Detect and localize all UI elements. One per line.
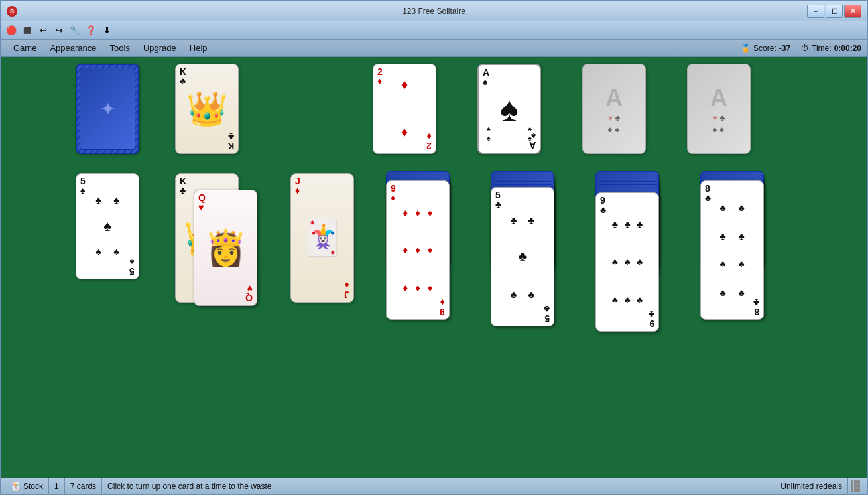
resize-grip[interactable]: [851, 480, 863, 492]
toolbar-icon-download[interactable]: ⬇: [99, 23, 114, 38]
stock-icon: 🃏: [11, 482, 21, 491]
toolbar-icon-help[interactable]: ❓: [84, 23, 98, 38]
menu-appearance[interactable]: Appearance: [43, 41, 103, 55]
menu-help[interactable]: Help: [183, 41, 214, 55]
status-redeals: Unlimited redeals: [775, 478, 848, 494]
window-title: 123 Free Solitaire: [403, 7, 465, 16]
tableau4-9diamonds[interactable]: 9♦ ♦ ♦ ♦ ♦ ♦ ♦ ♦ ♦ ♦ 9♦: [386, 180, 450, 320]
status-cards: 7 cards: [65, 478, 102, 494]
toolbar: 🔴 ⬛ ↩ ↪ 🔧 ❓ ⬇: [1, 21, 867, 40]
minimize-button[interactable]: −: [807, 5, 824, 18]
waste-pile[interactable]: K♣ 👑 K♣: [175, 64, 239, 154]
col3-rank-br: 2♦: [426, 132, 432, 151]
tableau3-jack-diamonds[interactable]: J♦ 🃏 J♦: [290, 173, 354, 303]
status-bar: 🃏 Stock 1 7 cards Click to turn up one c…: [1, 478, 867, 494]
toolbar-icon-undo[interactable]: 🔴: [4, 23, 19, 38]
t1-rank-br: 5♠: [129, 257, 135, 276]
tableau2-queen-hearts[interactable]: Q♥ 👸 Q♥: [194, 190, 257, 306]
tableau7-8clubs[interactable]: 8♣ ♣ ♣ ♣ ♣ ♣ ♣ ♣ ♣ 8♣: [700, 180, 764, 320]
time-value: 0:00:20: [834, 44, 861, 53]
found1-rank-br: A♠: [529, 131, 536, 150]
status-count: 1: [49, 478, 65, 494]
status-hint: Click to turn up one card at a time to t…: [102, 478, 775, 494]
score-area: 🏅 Score: -37: [741, 44, 790, 53]
menu-tools[interactable]: Tools: [103, 41, 137, 55]
foundation1-ace-spades[interactable]: A♠ ♠ ♠ ♠ ♠ ♠ A♠: [477, 64, 541, 154]
time-area: ⏱ Time: 0:00:20: [801, 44, 861, 53]
stock-back-inner: ✦: [80, 68, 135, 150]
status-stock-label: 🃏 Stock: [5, 478, 49, 494]
col3-2diamonds[interactable]: 2♦ ♦ ♦ 2♦: [373, 64, 436, 154]
score-value: -37: [779, 44, 790, 53]
score-time-area: 🏅 Score: -37 ⏱ Time: 0:00:20: [741, 44, 861, 53]
close-button[interactable]: ✕: [844, 5, 861, 18]
foundation3-placeholder[interactable]: A ♥ ♣ ♠ ♠: [687, 64, 751, 154]
time-icon: ⏱: [801, 44, 809, 53]
score-label: Score:: [753, 44, 776, 53]
score-icon: 🏅: [741, 44, 751, 53]
menu-game[interactable]: Game: [7, 41, 43, 55]
tableau5-5clubs[interactable]: 5♣ ♣ ♣ ♣ ♣ ♣ 5♣: [491, 187, 554, 326]
window-controls: − ⧠ ✕: [807, 5, 861, 18]
menu-upgrade[interactable]: Upgrade: [137, 41, 183, 55]
toolbar-icon-back[interactable]: ↩: [36, 23, 50, 38]
toolbar-icon-stop[interactable]: ⬛: [20, 23, 34, 38]
title-bar-left: S: [7, 6, 17, 17]
t1-rank-tl: 5♠: [80, 177, 86, 195]
maximize-button[interactable]: ⧠: [826, 5, 843, 18]
col3-rank-tl: 2♦: [377, 67, 383, 86]
main-window: S 123 Free Solitaire − ⧠ ✕ 🔴 ⬛ ↩ ↪ 🔧 ❓ ⬇…: [0, 0, 868, 495]
tableau1-5spades[interactable]: 5♠ ♠ ♠ ♠ ♠ ♠ 5♠: [76, 173, 139, 279]
app-icon: S: [7, 6, 17, 17]
title-bar: S 123 Free Solitaire − ⧠ ✕: [1, 1, 867, 21]
time-label: Time:: [812, 44, 832, 53]
menu-bar: Game Appearance Tools Upgrade Help 🏅 Sco…: [1, 40, 867, 57]
tableau6-9clubs[interactable]: 9♣ ♣ ♣ ♣ ♣ ♣ ♣ ♣ ♣ ♣ 9♣: [595, 192, 659, 332]
foundation2-placeholder[interactable]: A ♥ ♣ ♠ ♠: [582, 64, 646, 154]
toolbar-icon-settings[interactable]: 🔧: [68, 23, 82, 38]
waste-rank-br: K♣: [227, 132, 234, 151]
game-area[interactable]: ✦ K♣ 👑 K♣ 2♦ ♦ ♦ 2♦ A♠ ♠: [1, 57, 867, 478]
toolbar-icon-forward[interactable]: ↪: [52, 23, 66, 38]
found1-rank-tl: A♠: [483, 68, 489, 86]
stock-pile[interactable]: ✦: [76, 64, 139, 154]
